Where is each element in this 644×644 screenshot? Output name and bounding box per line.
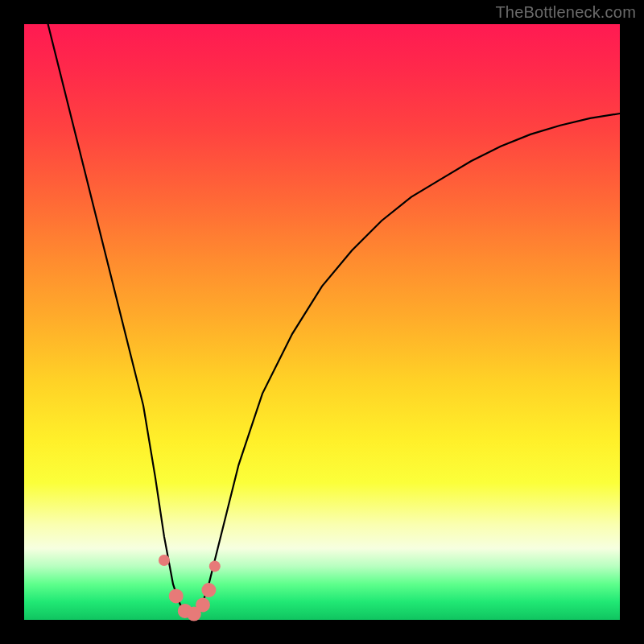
- watermark-text: TheBottleneck.com: [495, 3, 636, 22]
- curve-marker: [196, 598, 210, 613]
- curve-marker: [201, 583, 216, 597]
- chart-frame: TheBottleneck.com: [0, 0, 644, 644]
- curve-marker: [169, 588, 184, 603]
- curve-markers: [159, 555, 221, 621]
- bottleneck-curve: [48, 24, 620, 617]
- curve-marker: [209, 560, 221, 572]
- plot-area: [24, 24, 620, 620]
- curve-marker: [159, 555, 170, 566]
- chart-svg: [24, 24, 620, 620]
